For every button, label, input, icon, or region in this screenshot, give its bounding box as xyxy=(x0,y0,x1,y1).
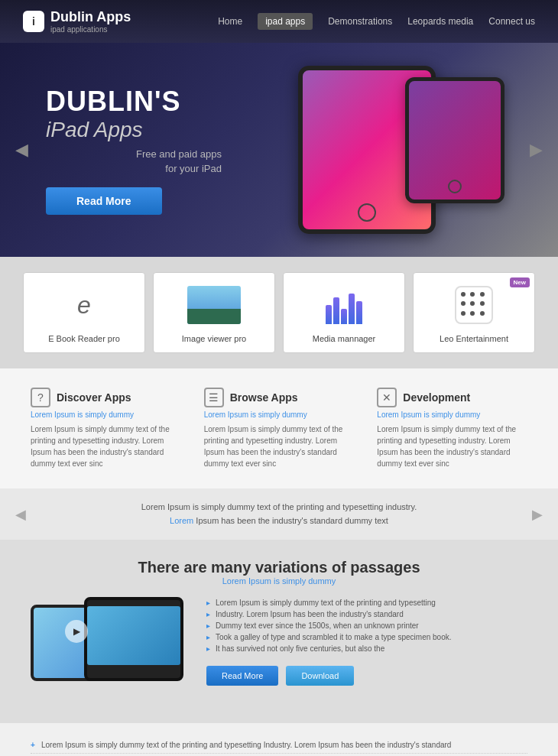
discover-text: Lorem Ipsum is simply dummy text of the … xyxy=(31,423,181,469)
hero-title-big: DUBLIN'S xyxy=(46,86,222,118)
feature-discover: ? Discover Apps Lorem Ipsum is simply du… xyxy=(31,388,181,469)
browse-text: Lorem Ipsum is simply dummy text of the … xyxy=(204,423,355,469)
nav-ipad-apps[interactable]: ipad apps xyxy=(258,13,313,30)
list-item-0: Lorem Ipsum is simply dummy text of the … xyxy=(31,737,527,754)
play-button[interactable]: ▶ xyxy=(65,620,88,643)
hero-description: Free and paid apps for your iPad xyxy=(46,147,222,177)
ipad-small-image xyxy=(405,77,504,203)
browse-sub: Lorem Ipsum is simply dummy xyxy=(204,410,355,419)
bars-icon xyxy=(326,286,362,324)
feature-development: ✕ Development Lorem Ipsum is simply dumm… xyxy=(377,388,527,469)
browse-icon: ☰ xyxy=(204,388,224,407)
logo-title: Dublin Apps xyxy=(50,9,131,25)
nav-connect[interactable]: Connect us xyxy=(488,16,535,27)
features-section: ? Discover Apps Lorem Ipsum is simply du… xyxy=(0,368,558,488)
logo-area: i Dublin Apps ipad applications xyxy=(23,9,131,34)
media-icon-area xyxy=(293,282,395,328)
dev-icon: ✕ xyxy=(377,388,397,407)
hero-title-sub: iPad Apps xyxy=(46,118,222,142)
product-content: ▶ Lorem Ipsum is simply dummy text of th… xyxy=(31,597,527,704)
product-sub: Lorem Ipsum is simply dummy xyxy=(31,576,527,586)
apps-section: e E Book Reader pro Image viewer pro Med… xyxy=(0,257,558,368)
product-buttons: Read More Download xyxy=(206,666,527,686)
hero-content: DUBLIN'S iPad Apps Free and paid apps fo… xyxy=(46,86,222,215)
media-label: Media mannager xyxy=(293,334,395,343)
hero-images xyxy=(222,66,512,234)
dice-icon xyxy=(455,286,493,324)
discover-sub: Lorem Ipsum is simply dummy xyxy=(31,410,181,419)
bullet-1: Industry. Lorem Ipsum has been the indus… xyxy=(206,608,527,620)
nav-leopards[interactable]: Leopards media xyxy=(407,16,473,27)
ebook-icon: e xyxy=(77,291,91,320)
feature-browse: ☰ Browse Apps Lorem Ipsum is simply dumm… xyxy=(204,388,355,469)
bullets-list: Lorem Ipsum is simply dummy text of the … xyxy=(31,737,527,756)
product-right: Lorem Ipsum is simply dummy text of the … xyxy=(206,597,527,686)
leo-label: Leo Entertainment xyxy=(423,334,525,343)
testimonial-arrow-left[interactable]: ◀ xyxy=(15,506,26,523)
imageviewer-label: Image viewer pro xyxy=(163,334,265,343)
product-bullets: Lorem Ipsum is simply dummy text of the … xyxy=(206,597,527,654)
discover-title: Discover Apps xyxy=(57,391,131,404)
ebook-label: E Book Reader pro xyxy=(33,334,135,343)
logo-icon: i xyxy=(23,11,44,32)
main-nav: Home ipad apps Demonstrations Leopards m… xyxy=(218,13,535,30)
dev-text: Lorem Ipsum is simply dummy text of the … xyxy=(377,423,527,469)
testimonial-section: ◀ Lorem Ipsum is simply dummy text of th… xyxy=(0,488,558,540)
app-card-leo[interactable]: New Leo Entertainment xyxy=(413,272,535,353)
testimonial-arrow-right[interactable]: ▶ xyxy=(532,506,543,523)
hero-arrow-right[interactable]: ▶ xyxy=(530,140,543,160)
app-card-media[interactable]: Media mannager xyxy=(283,272,405,353)
leo-icon-area: New xyxy=(423,282,525,328)
nav-home[interactable]: Home xyxy=(218,16,242,27)
discover-header: ? Discover Apps xyxy=(31,388,181,407)
testimonial-text: Lorem Ipsum is simply dummy text of the … xyxy=(46,501,512,527)
ebook-icon-area: e xyxy=(33,282,135,328)
product-read-more-button[interactable]: Read More xyxy=(206,666,278,686)
bullet-0: Lorem Ipsum is simply dummy text of the … xyxy=(206,597,527,608)
product-title: There are many variations of passages xyxy=(31,559,527,576)
bullet-4: It has survived not only five centuries,… xyxy=(206,643,527,654)
bullets-section: Lorem Ipsum is simply dummy text of the … xyxy=(0,723,558,756)
bullet-3: Took a galley of type and scrambled it t… xyxy=(206,631,527,643)
hero-arrow-left[interactable]: ◀ xyxy=(15,140,28,160)
browse-title: Browse Apps xyxy=(230,391,298,404)
hero-section: ◀ DUBLIN'S iPad Apps Free and paid apps … xyxy=(0,43,558,257)
discover-icon: ? xyxy=(31,388,50,407)
bullet-2: Dummy text ever since the 1500s, when an… xyxy=(206,620,527,631)
new-badge: New xyxy=(510,277,530,287)
hero-read-more-button[interactable]: Read More xyxy=(46,187,162,215)
app-card-ebook[interactable]: e E Book Reader pro xyxy=(23,272,145,353)
logo-text-area: Dublin Apps ipad applications xyxy=(50,9,131,34)
product-section: There are many variations of passages Lo… xyxy=(0,540,558,723)
app-card-imageviewer[interactable]: Image viewer pro xyxy=(153,272,275,353)
browse-header: ☰ Browse Apps xyxy=(204,388,355,407)
landscape-icon xyxy=(187,286,241,324)
header: i Dublin Apps ipad applications Home ipa… xyxy=(0,0,558,43)
product-images: ▶ xyxy=(31,597,191,704)
logo-subtitle: ipad applications xyxy=(50,25,131,34)
product-download-button[interactable]: Download xyxy=(286,666,354,686)
product-ipad-2 xyxy=(84,597,183,681)
dev-header: ✕ Development xyxy=(377,388,527,407)
dev-sub: Lorem Ipsum is simply dummy xyxy=(377,410,527,419)
nav-demonstrations[interactable]: Demonstrations xyxy=(328,16,392,27)
ipad2-screen xyxy=(87,606,180,665)
imageviewer-icon-area xyxy=(163,282,265,328)
dev-title: Development xyxy=(403,391,470,404)
